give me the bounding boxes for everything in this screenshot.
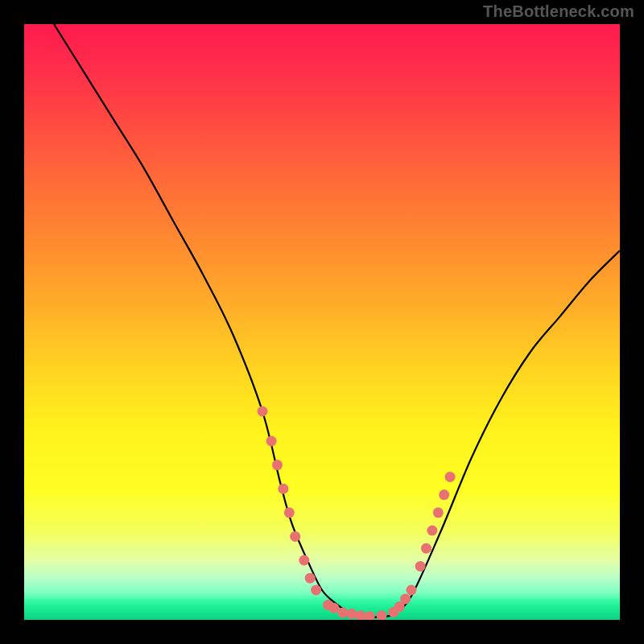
marker-dot [433, 507, 444, 518]
curve-line [54, 24, 620, 617]
marker-dot [278, 484, 288, 494]
marker-dot [400, 594, 411, 605]
marker-dot [337, 608, 348, 618]
marker-dot [311, 585, 321, 596]
marker-dot [407, 585, 417, 596]
marker-dot [356, 610, 366, 620]
marker-dot [266, 436, 277, 447]
curve-highlight-markers [258, 407, 456, 621]
chart-svg [24, 24, 620, 620]
marker-dot [365, 611, 375, 620]
marker-dot [305, 573, 316, 584]
marker-dot [427, 526, 437, 536]
marker-dot [328, 603, 339, 613]
marker-dot [272, 460, 283, 470]
watermark-text: TheBottleneck.com [483, 2, 634, 21]
plot-area [24, 24, 620, 620]
marker-dot [258, 407, 268, 417]
marker-dot [377, 610, 387, 620]
marker-dot [421, 543, 431, 554]
marker-dot [439, 489, 449, 500]
marker-dot [347, 609, 357, 619]
marker-dot [415, 561, 426, 572]
marker-dot [284, 507, 295, 518]
marker-dot [299, 555, 309, 566]
marker-dot [445, 472, 456, 482]
marker-dot [290, 531, 300, 542]
